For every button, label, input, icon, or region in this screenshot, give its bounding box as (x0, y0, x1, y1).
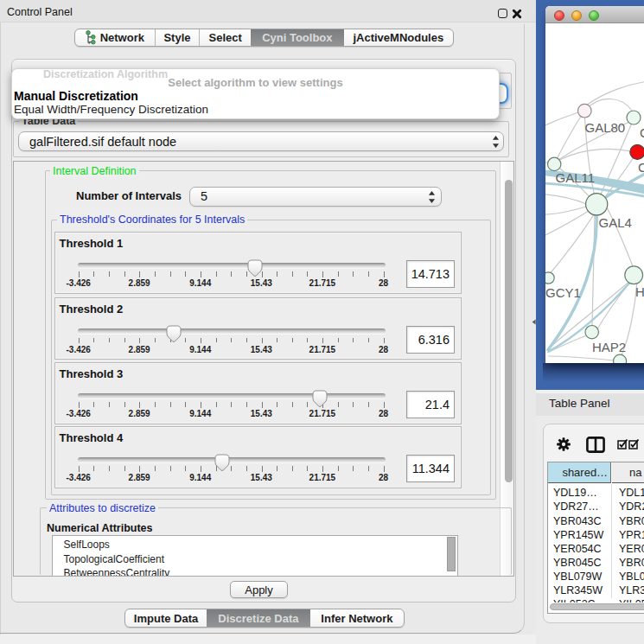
svg-text:CY: CY (638, 160, 644, 175)
svg-text:GAL: GAL (640, 125, 644, 140)
svg-text:GAL11: GAL11 (556, 170, 596, 185)
svg-text:HI: HI (635, 284, 644, 299)
svg-text:GAL80: GAL80 (585, 120, 626, 135)
svg-text:HAP2: HAP2 (592, 340, 626, 354)
svg-text:GCY1: GCY1 (545, 285, 581, 300)
svg-text:GAL4: GAL4 (599, 215, 632, 230)
